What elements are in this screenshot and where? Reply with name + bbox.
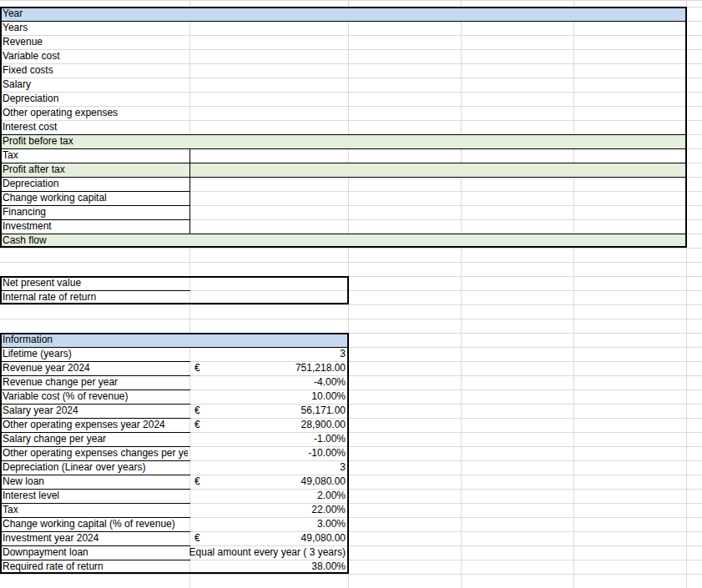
row-label: Depreciation (3, 178, 58, 189)
cashflow-table-title: Year (3, 7, 23, 21)
cashflow-table: Year YearsRevenueVariable costFixed cost… (0, 7, 687, 248)
row-value[interactable]: -10.00% (137, 446, 346, 460)
information-table: Information Lifetime (years)3Revenue yea… (0, 333, 349, 574)
results-box: Net present valueInternal rate of return (0, 276, 349, 304)
row-value[interactable]: 3 (137, 460, 346, 475)
row-value[interactable]: 2.00% (137, 489, 346, 503)
row-value[interactable]: Equal amount every year ( 3 years) (137, 545, 346, 560)
table-row[interactable]: Profit after tax (0, 163, 684, 177)
table-row[interactable]: Investment (0, 219, 684, 234)
row-label: Cash flow (3, 234, 47, 246)
row-label: Fixed costs (3, 64, 53, 76)
row-label: Variable cost (3, 50, 59, 62)
row-label: Depreciation (3, 93, 58, 104)
row-label: Required rate of return (3, 560, 104, 572)
table-row[interactable]: Depreciation (0, 92, 684, 106)
row-label: Interest cost (3, 121, 57, 133)
row-label: Profit after tax (3, 163, 65, 175)
row-value[interactable] (220, 290, 346, 304)
table-row[interactable]: Depreciation (0, 177, 684, 191)
row-label: Salary year 2024 (3, 405, 78, 416)
spreadsheet: Year YearsRevenueVariable costFixed cost… (0, 0, 702, 588)
row-value[interactable]: 3 (137, 347, 346, 361)
row-label: Profit before tax (3, 135, 73, 147)
table-row[interactable]: Internal rate of return (0, 290, 188, 304)
table-row[interactable]: Variable cost (0, 49, 684, 63)
row-label: Tax (3, 504, 18, 515)
table-row[interactable]: Salary (0, 78, 684, 92)
row-value[interactable]: 49,080.00 (137, 475, 346, 489)
table-row[interactable]: Cash flow (0, 234, 684, 248)
row-value[interactable]: 38.00% (137, 560, 346, 574)
row-value[interactable]: 751,218.00 (137, 361, 346, 375)
row-label: Revenue change per year (3, 376, 118, 388)
row-label: Interest level (3, 490, 59, 501)
row-label: Salary (3, 78, 31, 90)
row-label: Revenue (3, 36, 43, 48)
table-row[interactable]: Years (0, 21, 684, 35)
table-row[interactable]: Net present value (0, 276, 188, 290)
row-label: Depreciation (Linear over years) (3, 461, 145, 473)
table-row[interactable]: Other operating expenses (0, 106, 684, 120)
row-label: Salary change per year (3, 433, 106, 445)
row-label: Investment (3, 220, 52, 232)
row-value[interactable] (220, 276, 346, 290)
table-row[interactable]: Change working capital (0, 191, 684, 205)
row-label: Investment year 2024 (3, 532, 98, 544)
row-label: Variable cost (% of revenue) (3, 390, 129, 402)
table-row[interactable]: Interest cost (0, 120, 684, 134)
table-row[interactable]: Profit before tax (0, 134, 684, 148)
row-value[interactable]: 49,080.00 (137, 531, 346, 545)
row-label: Tax (3, 149, 18, 161)
information-table-header[interactable]: Information (0, 333, 349, 348)
row-value[interactable]: -1.00% (137, 432, 346, 446)
row-value[interactable]: 10.00% (137, 389, 346, 404)
row-value[interactable]: 28,900.00 (137, 418, 346, 432)
row-label: Change working capital (3, 192, 107, 204)
row-value[interactable]: 22.00% (137, 503, 346, 517)
table-row[interactable]: Financing (0, 205, 684, 219)
cashflow-table-header[interactable]: Year (0, 7, 687, 22)
row-label: Net present value (3, 277, 81, 289)
table-row[interactable]: Tax (0, 148, 684, 163)
row-label: Other operating expenses (3, 107, 118, 118)
table-row[interactable]: Revenue (0, 35, 684, 49)
row-value[interactable]: 3.00% (137, 517, 346, 531)
row-label: Downpayment loan (3, 546, 88, 558)
table-row[interactable]: Fixed costs (0, 63, 684, 78)
row-label: Financing (3, 206, 46, 218)
row-label: Internal rate of return (3, 291, 96, 303)
row-label: Lifetime (years) (3, 348, 72, 359)
row-label: Years (3, 22, 28, 33)
row-label: Revenue year 2024 (3, 362, 90, 374)
row-value[interactable]: 56,171.00 (137, 404, 346, 418)
row-value[interactable]: -4.00% (137, 375, 346, 389)
row-label: New loan (3, 475, 44, 487)
information-table-title: Information (3, 333, 53, 347)
